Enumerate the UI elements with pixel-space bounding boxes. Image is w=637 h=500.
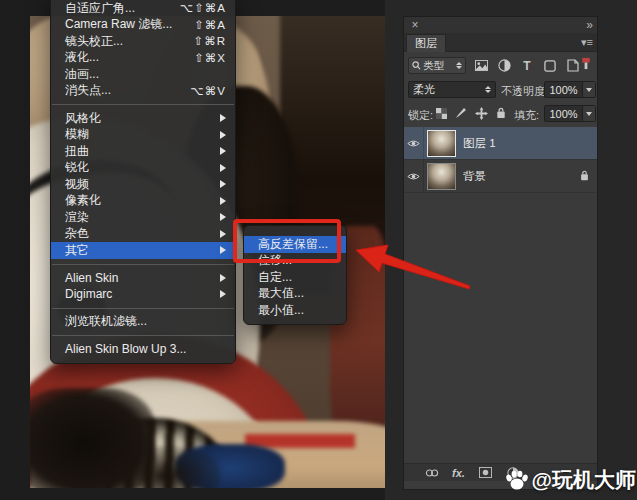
submenu-item-custom[interactable]: 自定... bbox=[244, 269, 346, 286]
menu-item-camera-raw[interactable]: Camera Raw 滤镜... ⇧⌘A bbox=[51, 17, 235, 34]
chevron-updown-icon bbox=[456, 62, 462, 69]
menu-item-noise[interactable]: 杂色 bbox=[51, 226, 235, 243]
submenu-arrow-icon bbox=[220, 147, 226, 155]
layer-row-layer1[interactable]: 图层 1 bbox=[404, 127, 597, 160]
submenu-arrow-icon bbox=[220, 246, 226, 254]
menu-item-render[interactable]: 渲染 bbox=[51, 209, 235, 226]
fill-value-box[interactable]: 100% bbox=[544, 105, 596, 122]
submenu-item-minimum[interactable]: 最小值... bbox=[244, 302, 346, 319]
lock-pixels-brush-icon[interactable] bbox=[454, 106, 468, 120]
menu-item-distort[interactable]: 扭曲 bbox=[51, 143, 235, 160]
filter-pixel-layers-icon[interactable] bbox=[474, 58, 489, 73]
submenu-arrow-icon bbox=[220, 274, 226, 282]
menu-item-alien-skin-blow-up[interactable]: Alien Skin Blow Up 3... bbox=[51, 341, 235, 358]
filter-type-label: 类型 bbox=[423, 59, 454, 73]
layer-filter-row: 类型 T bbox=[404, 55, 597, 77]
panel-menu-icon[interactable]: ▾≡ bbox=[581, 36, 593, 49]
layer-thumbnail[interactable] bbox=[427, 163, 456, 190]
menu-item-browse-filters-online[interactable]: 浏览联机滤镜... bbox=[51, 314, 235, 331]
menu-item-pixelate[interactable]: 像素化 bbox=[51, 193, 235, 210]
chevron-updown-icon bbox=[485, 86, 491, 93]
paw-logo-icon bbox=[505, 469, 529, 491]
photo-blob bbox=[110, 446, 220, 488]
layers-panel: × » 图层 ▾≡ 类型 T bbox=[403, 16, 598, 490]
submenu-arrow-icon bbox=[220, 230, 226, 238]
menu-separator bbox=[52, 264, 234, 265]
menu-separator bbox=[52, 335, 234, 336]
link-layers-icon[interactable] bbox=[424, 466, 439, 480]
menu-item-stylize[interactable]: 风格化 bbox=[51, 110, 235, 127]
lock-transparency-icon[interactable] bbox=[434, 106, 448, 120]
submenu-item-maximum[interactable]: 最大值... bbox=[244, 286, 346, 303]
submenu-arrow-icon bbox=[220, 164, 226, 172]
opacity-value-box[interactable]: 100% bbox=[544, 81, 596, 98]
layer-filter-toggle-icon[interactable] bbox=[581, 57, 593, 72]
submenu-arrow-icon bbox=[220, 131, 226, 139]
filter-type-layers-icon[interactable]: T bbox=[520, 58, 535, 73]
add-layer-mask-icon[interactable] bbox=[478, 466, 493, 480]
lock-row: 锁定: 填充: 100% bbox=[404, 104, 597, 124]
lock-label: 锁定: bbox=[408, 108, 433, 123]
menu-item-sharpen[interactable]: 锐化 bbox=[51, 160, 235, 177]
panel-header: × » bbox=[404, 17, 597, 33]
submenu-arrow-icon bbox=[220, 114, 226, 122]
opacity-label: 不透明度: bbox=[501, 84, 548, 99]
filter-smart-object-icon[interactable] bbox=[565, 58, 580, 73]
collapse-panel-icon[interactable]: » bbox=[586, 18, 592, 32]
layer-thumbnail[interactable] bbox=[427, 130, 456, 157]
lock-icons bbox=[434, 106, 508, 120]
layer-list: 图层 1 背景 bbox=[404, 127, 597, 463]
blend-mode-row: 柔光 不透明度: 100% bbox=[404, 80, 597, 100]
chevron-down-icon[interactable] bbox=[582, 106, 595, 121]
layer-filter-type-dropdown[interactable]: 类型 bbox=[408, 57, 466, 74]
menu-separator bbox=[52, 308, 234, 309]
fill-label: 填充: bbox=[514, 108, 539, 123]
annotation-red-box bbox=[233, 219, 341, 263]
watermark: @玩机大师 bbox=[505, 466, 636, 494]
submenu-arrow-icon bbox=[220, 197, 226, 205]
menu-item-alien-skin[interactable]: Alien Skin bbox=[51, 270, 235, 287]
menu-item-oil-paint[interactable]: 油画... bbox=[51, 66, 235, 83]
search-icon bbox=[412, 61, 421, 70]
chevron-down-icon[interactable] bbox=[582, 82, 595, 97]
submenu-arrow-icon bbox=[220, 213, 226, 221]
menu-item-vanishing-point[interactable]: 消失点... ⌥⌘V bbox=[51, 83, 235, 100]
menu-item-adaptive-wide-angle[interactable]: 自适应广角... ⌥⇧⌘A bbox=[51, 0, 235, 17]
menu-item-liquify[interactable]: 液化... ⇧⌘X bbox=[51, 50, 235, 67]
submenu-arrow-icon bbox=[220, 180, 226, 188]
lock-position-move-icon[interactable] bbox=[474, 106, 488, 120]
panel-tab-bar: 图层 ▾≡ bbox=[404, 33, 597, 52]
menu-item-other[interactable]: 其它 bbox=[51, 242, 235, 259]
lock-all-icon[interactable] bbox=[494, 106, 508, 120]
menu-item-lens-correction[interactable]: 镜头校正... ⇧⌘R bbox=[51, 33, 235, 50]
filter-menu: 自适应广角... ⌥⇧⌘A Camera Raw 滤镜... ⇧⌘A 镜头校正.… bbox=[50, 0, 236, 364]
photoshop-screenshot: 自适应广角... ⌥⇧⌘A Camera Raw 滤镜... ⇧⌘A 镜头校正.… bbox=[0, 0, 637, 500]
menu-separator bbox=[52, 104, 234, 105]
visibility-eye-icon[interactable] bbox=[404, 127, 424, 159]
tab-layers[interactable]: 图层 bbox=[406, 34, 446, 52]
layer-style-fx-icon[interactable]: fx. bbox=[451, 466, 466, 480]
blend-mode-select[interactable]: 柔光 bbox=[408, 81, 496, 98]
layer-locked-icon bbox=[580, 170, 589, 183]
menu-item-digimarc[interactable]: Digimarc bbox=[51, 286, 235, 303]
menu-item-blur[interactable]: 模糊 bbox=[51, 127, 235, 144]
layer-row-background[interactable]: 背景 bbox=[404, 160, 597, 193]
filter-shape-layers-icon[interactable] bbox=[542, 58, 557, 73]
close-icon[interactable]: × bbox=[409, 19, 421, 31]
visibility-eye-icon[interactable] bbox=[404, 160, 424, 192]
watermark-text: @玩机大师 bbox=[532, 466, 636, 494]
menu-item-video[interactable]: 视频 bbox=[51, 176, 235, 193]
layer-filter-icons: T bbox=[474, 57, 580, 74]
submenu-arrow-icon bbox=[220, 290, 226, 298]
filter-adjustment-layers-icon[interactable] bbox=[497, 58, 512, 73]
